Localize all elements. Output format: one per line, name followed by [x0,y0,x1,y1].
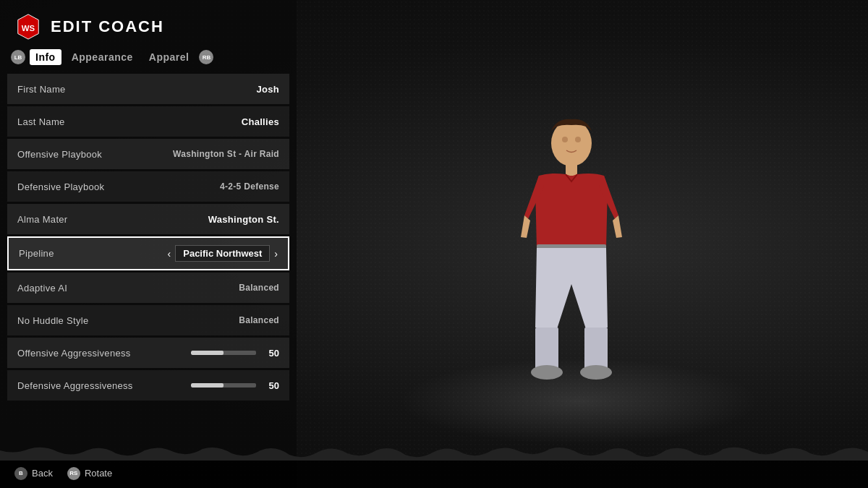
offensive-aggressiveness-row[interactable]: Offensive Aggressiveness 50 [7,338,289,368]
pipeline-left-arrow[interactable]: ‹ [168,248,171,260]
defensive-playbook-row[interactable]: Defensive Playbook 4-2-5 Defense [7,171,289,202]
back-action: B Back [14,467,53,480]
defensive-bar-fill [191,383,224,388]
left-panel: WS EDIT COACH LB Info Appearance Apparel… [0,0,297,488]
b-button[interactable]: B [14,467,27,480]
rs-button[interactable]: RS [67,467,80,480]
wsu-logo: WS [14,13,42,40]
no-huddle-value: Balanced [239,315,279,325]
offensive-bar-fill [191,351,224,355]
offensive-playbook-value: Washington St - Air Raid [173,149,279,159]
header: WS EDIT COACH [0,0,297,48]
defensive-aggressiveness-label: Defensive Aggressiveness [17,380,133,391]
defensive-playbook-value: 4-2-5 Defense [220,181,279,192]
pipeline-row[interactable]: Pipeline ‹ Pacific Northwest › [7,236,289,270]
no-huddle-style-row[interactable]: No Huddle Style Balanced [7,305,289,335]
alma-mater-label: Alma Mater [17,214,67,225]
coach-area [275,0,868,458]
svg-point-7 [531,365,563,380]
rb-button[interactable]: RB [199,50,213,64]
rotate-action: RS Rotate [67,467,112,480]
svg-rect-5 [535,328,558,371]
lb-button[interactable]: LB [11,50,25,64]
back-label: Back [32,468,53,479]
form-area: First Name Josh Last Name Challies Offen… [0,71,297,406]
last-name-label: Last Name [17,116,65,127]
offensive-aggressiveness-bar: 50 [191,348,279,359]
adaptive-ai-label: Adaptive AI [17,283,67,294]
first-name-label: First Name [17,84,66,95]
pipeline-label: Pipeline [19,248,54,259]
rotate-label: Rotate [85,468,112,479]
coach-figure [492,103,651,414]
offensive-playbook-label: Offensive Playbook [17,149,102,160]
svg-rect-6 [584,328,608,371]
defensive-bar-track [191,383,256,388]
defensive-aggressiveness-bar: 50 [191,380,279,391]
no-huddle-label: No Huddle Style [17,315,88,326]
first-name-row[interactable]: First Name Josh [7,74,289,104]
defensive-aggressiveness-row[interactable]: Defensive Aggressiveness 50 [7,370,289,401]
offensive-playbook-row[interactable]: Offensive Playbook Washington St - Air R… [7,139,289,169]
svg-point-2 [551,120,592,166]
tab-apparel[interactable]: Apparel [143,49,195,65]
tab-appearance[interactable]: Appearance [66,49,139,65]
svg-point-8 [580,365,612,380]
svg-text:WS: WS [22,24,35,33]
last-name-row[interactable]: Last Name Challies [7,106,289,137]
offensive-aggressiveness-label: Offensive Aggressiveness [17,348,131,359]
offensive-bar-track [191,351,256,355]
last-name-value: Challies [242,116,279,127]
tab-info[interactable]: Info [30,49,61,65]
adaptive-ai-value: Balanced [239,283,279,293]
page-title: EDIT COACH [51,17,164,36]
torn-paper [0,445,868,461]
alma-mater-row[interactable]: Alma Mater Washington St. [7,204,289,234]
svg-point-9 [562,137,568,142]
tab-bar: LB Info Appearance Apparel RB [0,48,297,71]
alma-mater-value: Washington St. [208,214,279,225]
pipeline-selector: ‹ Pacific Northwest › [168,245,278,262]
pipeline-value: Pacific Northwest [175,245,270,262]
svg-point-10 [575,137,581,142]
svg-rect-3 [566,163,577,176]
adaptive-ai-row[interactable]: Adaptive AI Balanced [7,273,289,303]
bottom-bar: B Back RS Rotate [0,458,868,488]
defensive-playbook-label: Defensive Playbook [17,181,104,192]
